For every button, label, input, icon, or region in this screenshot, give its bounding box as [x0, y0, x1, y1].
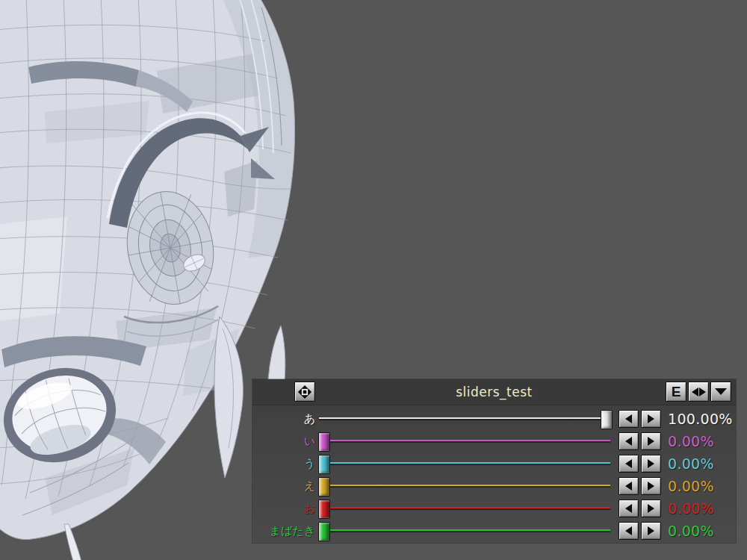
left-arrow-icon [625, 504, 632, 513]
left-arrow-icon [625, 437, 632, 446]
slider-track [319, 462, 610, 464]
left-arrow-icon [625, 459, 632, 468]
morph-value: 0.00% [663, 523, 714, 539]
increment-button[interactable] [641, 410, 661, 428]
slider-track [319, 485, 610, 486]
left-arrow-icon [625, 482, 632, 491]
left-arrow-icon [625, 414, 632, 423]
panel-move-button[interactable] [294, 382, 315, 402]
panel-title: sliders_test [252, 379, 736, 405]
morph-slider-panel: sliders_test E あ 100.00% [252, 379, 736, 543]
morph-value: 100.00% [663, 411, 733, 427]
morph-slider[interactable] [318, 498, 611, 519]
application-window: { "viewport": { "background": "#565656",… [0, 0, 747, 560]
morph-label: あ [254, 412, 318, 426]
increment-button[interactable] [641, 522, 661, 540]
slider-handle[interactable] [318, 500, 330, 519]
right-arrow-icon [648, 459, 654, 468]
morph-slider[interactable] [318, 408, 611, 429]
right-arrow-icon [648, 482, 654, 491]
morph-label: い [254, 435, 318, 449]
slider-track [319, 529, 610, 531]
right-arrow-icon [648, 526, 654, 535]
right-arrow-icon [648, 504, 654, 513]
left-arrow-icon [625, 526, 632, 535]
right-arrow-icon [648, 414, 654, 423]
slider-handle[interactable] [318, 522, 330, 541]
morph-value: 0.00% [663, 478, 714, 494]
morph-row-e: え 0.00% [252, 475, 736, 497]
increment-button[interactable] [641, 432, 661, 450]
decrement-button[interactable] [619, 477, 639, 495]
slider-handle[interactable] [318, 455, 330, 474]
morph-slider[interactable] [318, 431, 611, 452]
morph-label: え [254, 479, 318, 494]
morph-value: 0.00% [663, 500, 714, 517]
increment-button[interactable] [641, 477, 661, 495]
morph-label: お [254, 502, 318, 516]
horizontal-resize-icon [692, 388, 706, 396]
decrement-button[interactable] [619, 410, 639, 428]
morph-slider[interactable] [318, 453, 611, 474]
morph-row-blink: まばたき 0.00% [252, 520, 736, 542]
morph-slider[interactable] [318, 520, 611, 541]
decrement-button[interactable] [619, 455, 639, 473]
morph-row-u: う 0.00% [252, 452, 736, 475]
slider-handle[interactable] [318, 432, 330, 452]
morph-row-i: い 0.00% [252, 430, 736, 452]
slider-track [319, 440, 610, 441]
increment-button[interactable] [641, 455, 661, 473]
slider-handle[interactable] [318, 477, 330, 497]
increment-button[interactable] [641, 500, 661, 517]
edit-icon: E [672, 385, 681, 399]
collapse-button[interactable] [710, 382, 731, 402]
morph-row-o: お 0.00% [252, 497, 736, 520]
morph-rows: あ 100.00% い 0.00% う [252, 405, 736, 542]
slider-handle[interactable] [601, 410, 613, 429]
panel-header[interactable]: sliders_test E [252, 379, 736, 405]
chevron-down-icon [715, 388, 727, 395]
slider-track [319, 507, 610, 508]
morph-value: 0.00% [663, 455, 714, 472]
resize-horizontal-button[interactable] [688, 382, 709, 402]
morph-slider[interactable] [318, 476, 611, 497]
decrement-button[interactable] [619, 432, 639, 450]
panel-header-buttons: E [666, 382, 731, 402]
decrement-button[interactable] [619, 500, 639, 517]
right-arrow-icon [648, 437, 654, 446]
edit-button[interactable]: E [666, 382, 686, 402]
morph-label: う [254, 457, 318, 471]
morph-label: まばたき [254, 524, 318, 538]
morph-value: 0.00% [663, 433, 714, 449]
decrement-button[interactable] [619, 522, 639, 540]
morph-row-a: あ 100.00% [252, 408, 736, 430]
slider-track [319, 417, 610, 419]
move-icon [297, 384, 313, 400]
